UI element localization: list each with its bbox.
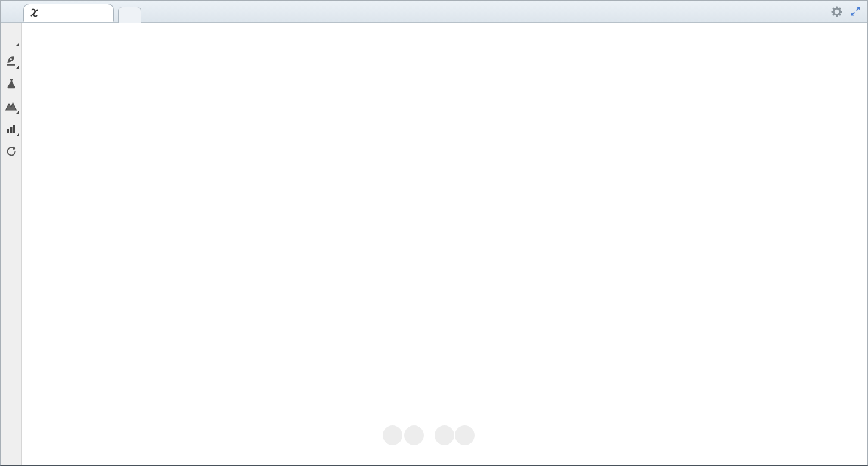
gear-icon[interactable] [831,6,842,17]
chart-window [0,0,868,466]
bar-chart-icon [5,123,17,134]
dropdown-corner-icon [16,111,19,114]
unlink-icon [29,8,39,18]
chart-style-button[interactable] [3,97,20,115]
mountain-chart-icon [5,100,17,112]
dropdown-corner-icon [16,66,19,69]
volume-toggle-button[interactable] [3,120,20,138]
new-tab-button[interactable] [118,7,141,23]
price-chart-svg [1,1,868,466]
dropdown-corner-icon [16,133,19,136]
flask-icon [5,77,17,89]
expand-icon[interactable] [850,5,861,17]
tab-bar [1,1,867,23]
refresh-button[interactable] [3,142,20,160]
toolbar-sidebar [1,22,22,465]
pen-icon [5,55,17,67]
quote-bar [23,23,832,36]
tab-qubt[interactable] [23,4,114,22]
refresh-icon [5,145,17,157]
indicators-button[interactable] [3,74,20,92]
dropdown-corner-icon [16,43,19,46]
draw-tools-button[interactable] [3,52,20,70]
timeframe-day-button[interactable] [3,29,20,47]
